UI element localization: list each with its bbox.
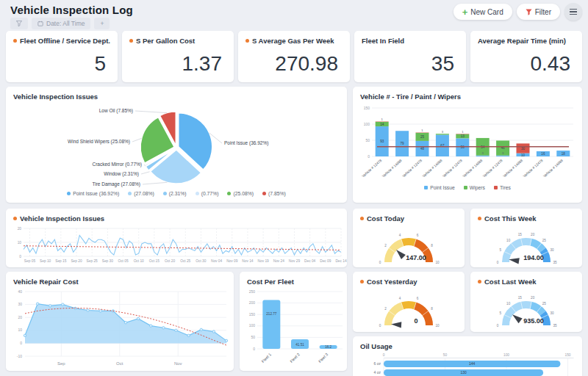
svg-text:150: 150 bbox=[249, 312, 256, 317]
svg-text:Vehicle # 12478: Vehicle # 12478 bbox=[523, 159, 544, 178]
svg-text:1: 1 bbox=[381, 118, 384, 121]
add-filter-chip[interactable]: + bbox=[94, 18, 110, 29]
kpi-value: 35 bbox=[354, 46, 466, 76]
svg-text:-10: -10 bbox=[17, 354, 22, 358]
svg-text:25: 25 bbox=[420, 135, 425, 139]
svg-text:Tire Damage (27.08%): Tire Damage (27.08%) bbox=[92, 181, 140, 187]
kpi-card-fleet-offline[interactable]: Fleet Offline / Service Dept. 5 bbox=[6, 31, 118, 82]
svg-text:20: 20 bbox=[18, 315, 22, 319]
svg-text:79: 79 bbox=[401, 142, 405, 145]
filter-button[interactable]: Filter bbox=[517, 4, 560, 20]
svg-text:20: 20 bbox=[531, 296, 535, 300]
date-filter-chip[interactable]: Date: All Time bbox=[32, 18, 90, 29]
funnel-icon bbox=[526, 9, 532, 15]
kpi-card-fleet-in-field[interactable]: Fleet In Field 35 bbox=[354, 31, 466, 82]
svg-text:4: 4 bbox=[399, 297, 401, 300]
card-inspection-issues-line[interactable]: Vehicle Inspection Issues 01020Sep 05Sep… bbox=[6, 209, 347, 267]
svg-text:25: 25 bbox=[542, 239, 547, 242]
card-cost-last-week-gauge[interactable]: Cost Last Week 05101520253035935.00 bbox=[470, 272, 582, 332]
new-card-button[interactable]: + New Card bbox=[453, 4, 512, 20]
card-title: Cost Today bbox=[367, 214, 404, 223]
funnel-icon bbox=[16, 21, 22, 26]
card-title: Cost Last Week bbox=[484, 278, 537, 286]
kpi-card-per-gallon[interactable]: S Per Gallon Cost 1.37 bbox=[122, 31, 234, 82]
svg-text:0: 0 bbox=[253, 347, 255, 351]
status-dot bbox=[478, 280, 481, 283]
card-oil-usage[interactable]: Oil Usage 0501001501446 oz1304 oz378 oz bbox=[353, 336, 582, 376]
cost-this-week-gauge: 05101520253035194.00 bbox=[470, 224, 582, 267]
svg-text:Point Issue (36.92%): Point Issue (36.92%) bbox=[224, 140, 268, 146]
card-inspection-issues-pie[interactable]: Vehicle Inspection Issues Point Issue (3… bbox=[6, 87, 347, 203]
svg-text:935.00: 935.00 bbox=[523, 317, 544, 325]
svg-text:13: 13 bbox=[461, 134, 465, 138]
svg-text:Vehicle # 12478: Vehicle # 12478 bbox=[482, 159, 503, 178]
legend-item: Point Issue bbox=[424, 185, 455, 190]
svg-text:2: 2 bbox=[384, 244, 387, 247]
svg-text:100: 100 bbox=[503, 353, 509, 357]
svg-text:14: 14 bbox=[380, 123, 384, 126]
inspection-issues-pie-chart: Point Issue (36.92%)Tire Damage (27.08%)… bbox=[11, 102, 347, 190]
svg-text:15: 15 bbox=[518, 233, 523, 236]
inspection-issues-line-chart: 01020Sep 05Sep 10Sep 15Sep 20Sep 25Sep 3… bbox=[6, 224, 347, 267]
svg-text:Oct: Oct bbox=[116, 361, 123, 366]
svg-text:10: 10 bbox=[506, 302, 511, 306]
svg-text:Vehicle # 14888: Vehicle # 14888 bbox=[422, 159, 443, 178]
svg-text:147.00: 147.00 bbox=[406, 254, 426, 261]
card-cost-this-week-gauge[interactable]: Cost This Week 05101520253035194.00 bbox=[470, 209, 582, 267]
svg-text:Nov 24: Nov 24 bbox=[273, 259, 285, 263]
card-cost-yesterday-gauge[interactable]: Cost Yesterday 02468100 bbox=[353, 272, 465, 332]
svg-text:6 oz: 6 oz bbox=[374, 361, 381, 366]
svg-text:3: 3 bbox=[442, 130, 444, 134]
svg-text:Nov 04: Nov 04 bbox=[211, 259, 223, 263]
legend-item: Wipers bbox=[464, 185, 485, 190]
svg-text:15: 15 bbox=[518, 296, 523, 300]
svg-text:0: 0 bbox=[19, 255, 21, 258]
kpi-card-avg-gas[interactable]: S Average Gas Per Week 270.98 bbox=[238, 31, 350, 82]
svg-text:16.2: 16.2 bbox=[325, 345, 331, 349]
svg-text:35: 35 bbox=[553, 261, 557, 264]
svg-text:93: 93 bbox=[380, 140, 384, 143]
kpi-card-avg-repair-time[interactable]: Average Repair Time (min) 0.43 bbox=[470, 31, 582, 82]
svg-text:0: 0 bbox=[497, 261, 499, 264]
svg-text:6: 6 bbox=[417, 234, 419, 237]
svg-text:Oct 10: Oct 10 bbox=[134, 259, 144, 263]
svg-text:50: 50 bbox=[365, 138, 370, 142]
svg-text:50: 50 bbox=[251, 335, 255, 339]
card-cost-per-fleet[interactable]: Cost Per Fleet 050100150200250212.77Flee… bbox=[240, 272, 347, 371]
svg-text:212.77: 212.77 bbox=[266, 312, 276, 316]
plus-icon: + bbox=[462, 7, 468, 17]
cost-today-gauge: 0246810147.00 bbox=[353, 224, 465, 267]
svg-text:144: 144 bbox=[469, 361, 476, 366]
filter-funnel-chip[interactable] bbox=[10, 18, 28, 29]
svg-text:20: 20 bbox=[531, 233, 535, 236]
kpi-value: 270.98 bbox=[238, 46, 350, 76]
svg-text:10: 10 bbox=[435, 324, 440, 328]
svg-text:5: 5 bbox=[500, 248, 502, 252]
status-dot bbox=[478, 217, 481, 220]
oil-usage-bar-chart: 0501001501446 oz1304 oz378 oz bbox=[353, 350, 582, 376]
svg-text:16: 16 bbox=[541, 152, 545, 156]
card-vehicle-repair-cost[interactable]: Vehicle Repair Cost -10010203040SepOctNo… bbox=[6, 272, 234, 371]
pie-legend: Point Issue (36.92%)(27.08%)(2.31%)(0.77… bbox=[6, 191, 347, 196]
card-title: Vehicle Inspection Issues bbox=[20, 214, 104, 223]
svg-text:Oct 05: Oct 05 bbox=[118, 259, 128, 263]
svg-text:Sep 20: Sep 20 bbox=[71, 259, 82, 263]
svg-text:Oct 30: Oct 30 bbox=[196, 259, 206, 263]
svg-text:0: 0 bbox=[497, 324, 499, 328]
svg-text:4: 4 bbox=[399, 234, 401, 237]
legend-item: (7.85%) bbox=[262, 191, 286, 196]
svg-text:20: 20 bbox=[18, 227, 22, 231]
svg-text:4 oz: 4 oz bbox=[374, 370, 381, 375]
svg-text:0: 0 bbox=[383, 353, 385, 357]
svg-text:48: 48 bbox=[420, 147, 425, 151]
svg-text:41.51: 41.51 bbox=[295, 343, 304, 347]
kpi-title: Fleet Offline / Service Dept. bbox=[20, 37, 110, 45]
card-vehicle-stacked-bar[interactable]: Vehicle # - Tire / Paint / Wipers 050100… bbox=[353, 87, 582, 203]
svg-text:Vehicle # 12478: Vehicle # 12478 bbox=[362, 159, 383, 178]
card-cost-today-gauge[interactable]: Cost Today 0246810147.00 bbox=[353, 209, 465, 267]
cost-last-week-gauge: 05101520253035935.00 bbox=[470, 287, 582, 330]
svg-text:Cracked Mirror (0.77%): Cracked Mirror (0.77%) bbox=[92, 162, 142, 167]
svg-text:Sep 10: Sep 10 bbox=[40, 259, 51, 263]
kpi-value: 1.37 bbox=[122, 46, 234, 76]
menu-button[interactable] bbox=[564, 3, 582, 21]
